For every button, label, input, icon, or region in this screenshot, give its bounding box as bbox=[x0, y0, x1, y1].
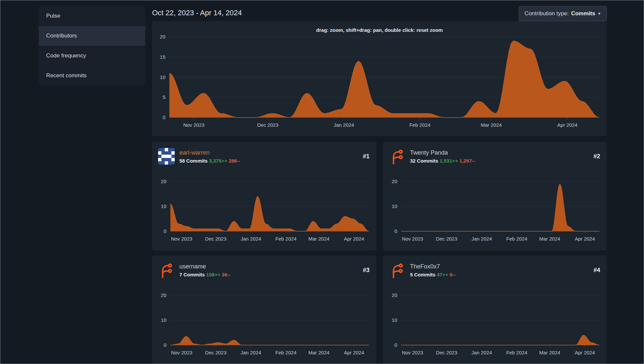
svg-text:10: 10 bbox=[392, 203, 397, 209]
contributor-card: username 7 Commits 108++ 36-- #3 01020No… bbox=[152, 255, 376, 364]
additions-count: 108++ bbox=[206, 272, 221, 277]
contributor-chart[interactable]: 01020Nov 2023Dec 2023Jan 2024Feb 2024Mar… bbox=[152, 281, 376, 364]
svg-text:20: 20 bbox=[392, 179, 397, 184]
svg-text:Nov 2023: Nov 2023 bbox=[171, 350, 192, 355]
contributor-card-header: earl-warren 58 Commits 3,375++ 286-- #1 bbox=[152, 142, 376, 168]
contributor-chart[interactable]: 01020Nov 2023Dec 2023Jan 2024Feb 2024Mar… bbox=[383, 281, 607, 364]
svg-text:Apr 2024: Apr 2024 bbox=[344, 236, 364, 242]
additions-count: 3,375++ bbox=[209, 158, 227, 164]
contributor-chart[interactable]: 01020Nov 2023Dec 2023Jan 2024Feb 2024Mar… bbox=[152, 168, 376, 251]
additions-count: 47++ bbox=[437, 272, 448, 277]
svg-text:10: 10 bbox=[161, 203, 166, 209]
svg-text:10: 10 bbox=[392, 317, 397, 323]
contributor-info: Twenty Panda 32 Commits 1,531++ 1,297-- bbox=[410, 149, 589, 164]
contributor-name[interactable]: earl-warren bbox=[179, 149, 358, 156]
rank-badge: #2 bbox=[594, 153, 600, 160]
svg-text:0: 0 bbox=[394, 228, 397, 234]
svg-text:0: 0 bbox=[164, 228, 166, 234]
svg-text:Jan 2024: Jan 2024 bbox=[241, 236, 261, 242]
svg-text:10: 10 bbox=[161, 317, 166, 323]
svg-text:20: 20 bbox=[392, 292, 397, 298]
chevron-down-icon: ▼ bbox=[598, 12, 601, 16]
commit-count: 58 Commits bbox=[179, 158, 208, 164]
contributor-name: TheFox0x7 bbox=[410, 263, 589, 270]
svg-text:20: 20 bbox=[160, 34, 165, 39]
deletions-count: 6-- bbox=[450, 272, 456, 277]
svg-text:10: 10 bbox=[160, 74, 165, 80]
svg-text:Mar 2024: Mar 2024 bbox=[539, 236, 560, 242]
svg-text:Nov 2023: Nov 2023 bbox=[171, 236, 192, 242]
svg-text:Nov 2023: Nov 2023 bbox=[402, 236, 423, 242]
contributor-card-header: username 7 Commits 108++ 36-- #3 bbox=[152, 255, 376, 281]
contribution-type-dropdown[interactable]: Contribution type: Commits ▼ bbox=[519, 6, 607, 21]
avatar bbox=[158, 148, 175, 165]
contributor-name: username bbox=[179, 263, 358, 270]
contributor-card-header: Twenty Panda 32 Commits 1,531++ 1,297-- … bbox=[383, 142, 607, 168]
svg-text:0: 0 bbox=[164, 342, 166, 348]
date-range-title: Oct 22, 2023 - Apr 14, 2024 bbox=[152, 6, 242, 17]
svg-text:Nov 2023: Nov 2023 bbox=[183, 122, 205, 128]
svg-text:Nov 2023: Nov 2023 bbox=[402, 350, 423, 355]
svg-text:Feb 2024: Feb 2024 bbox=[410, 122, 430, 128]
avatar bbox=[389, 148, 406, 165]
deletions-count: 286-- bbox=[229, 158, 240, 164]
svg-text:Mar 2024: Mar 2024 bbox=[308, 350, 329, 355]
commit-count: 7 Commits bbox=[179, 272, 205, 277]
svg-text:Apr 2024: Apr 2024 bbox=[557, 122, 578, 128]
activity-sidebar: Pulse Contributors Code frequency Recent… bbox=[39, 6, 145, 364]
svg-text:Feb 2024: Feb 2024 bbox=[506, 236, 527, 242]
avatar bbox=[158, 262, 175, 278]
svg-text:5: 5 bbox=[163, 94, 165, 100]
svg-text:15: 15 bbox=[160, 54, 165, 60]
svg-text:Apr 2024: Apr 2024 bbox=[344, 350, 364, 355]
svg-text:Dec 2023: Dec 2023 bbox=[257, 122, 278, 128]
chart-zoom-hint: drag: zoom, shift+drag: pan, double clic… bbox=[152, 27, 607, 33]
additions-count: 1,531++ bbox=[440, 158, 458, 164]
contributor-card: Twenty Panda 32 Commits 1,531++ 1,297-- … bbox=[383, 142, 607, 251]
contributor-name: Twenty Panda bbox=[410, 149, 589, 156]
svg-text:Dec 2023: Dec 2023 bbox=[205, 236, 227, 242]
sidebar-item-recent-commits[interactable]: Recent commits bbox=[39, 66, 145, 86]
header-row: Oct 22, 2023 - Apr 14, 2024 Contribution… bbox=[152, 6, 607, 21]
svg-text:0: 0 bbox=[163, 114, 165, 120]
contributor-stats: 32 Commits 1,531++ 1,297-- bbox=[410, 158, 589, 164]
svg-text:20: 20 bbox=[161, 292, 166, 298]
svg-text:Mar 2024: Mar 2024 bbox=[481, 122, 502, 128]
contribution-type-value: Commits bbox=[571, 10, 595, 17]
contributor-card-header: TheFox0x7 5 Commits 47++ 6-- #4 bbox=[383, 255, 607, 281]
main-activity-chart-card: drag: zoom, shift+drag: pan, double clic… bbox=[152, 21, 607, 136]
svg-text:Dec 2023: Dec 2023 bbox=[436, 350, 457, 355]
rank-badge: #4 bbox=[594, 267, 600, 274]
rank-badge: #1 bbox=[363, 153, 369, 160]
svg-text:Apr 2024: Apr 2024 bbox=[575, 236, 595, 242]
contributor-card: TheFox0x7 5 Commits 47++ 6-- #4 01020Nov… bbox=[383, 255, 607, 364]
contributor-info: earl-warren 58 Commits 3,375++ 286-- bbox=[179, 149, 358, 164]
svg-text:20: 20 bbox=[161, 179, 166, 184]
contributor-cards-grid: earl-warren 58 Commits 3,375++ 286-- #1 … bbox=[152, 142, 607, 364]
contribution-type-label: Contribution type: bbox=[524, 10, 569, 17]
contributors-main: Oct 22, 2023 - Apr 14, 2024 Contribution… bbox=[152, 6, 607, 364]
contributor-chart[interactable]: 01020Nov 2023Dec 2023Jan 2024Feb 2024Mar… bbox=[383, 168, 607, 251]
svg-text:Jan 2024: Jan 2024 bbox=[471, 236, 492, 242]
contributor-info: TheFox0x7 5 Commits 47++ 6-- bbox=[410, 263, 589, 277]
contributor-stats: 58 Commits 3,375++ 286-- bbox=[179, 158, 358, 164]
sidebar-item-contributors[interactable]: Contributors bbox=[39, 26, 145, 46]
contributor-stats: 5 Commits 47++ 6-- bbox=[410, 272, 589, 277]
avatar bbox=[389, 262, 406, 278]
svg-text:Jan 2024: Jan 2024 bbox=[333, 122, 354, 128]
deletions-count: 1,297-- bbox=[459, 158, 475, 164]
main-activity-chart[interactable]: 05101520Nov 2023Dec 2023Jan 2024Feb 2024… bbox=[152, 21, 607, 136]
svg-text:Feb 2024: Feb 2024 bbox=[506, 350, 527, 355]
svg-text:Apr 2024: Apr 2024 bbox=[575, 350, 595, 355]
svg-text:Dec 2023: Dec 2023 bbox=[436, 236, 457, 242]
contributor-stats: 7 Commits 108++ 36-- bbox=[179, 272, 358, 277]
svg-text:Dec 2023: Dec 2023 bbox=[205, 350, 227, 355]
activity-menu: Pulse Contributors Code frequency Recent… bbox=[39, 6, 145, 86]
commit-count: 32 Commits bbox=[410, 158, 438, 164]
sidebar-item-pulse[interactable]: Pulse bbox=[39, 6, 145, 26]
svg-text:Mar 2024: Mar 2024 bbox=[539, 350, 560, 355]
contributor-card: earl-warren 58 Commits 3,375++ 286-- #1 … bbox=[152, 142, 376, 251]
svg-text:Jan 2024: Jan 2024 bbox=[241, 350, 261, 355]
sidebar-item-code-frequency[interactable]: Code frequency bbox=[39, 46, 145, 66]
svg-text:Feb 2024: Feb 2024 bbox=[275, 236, 296, 242]
